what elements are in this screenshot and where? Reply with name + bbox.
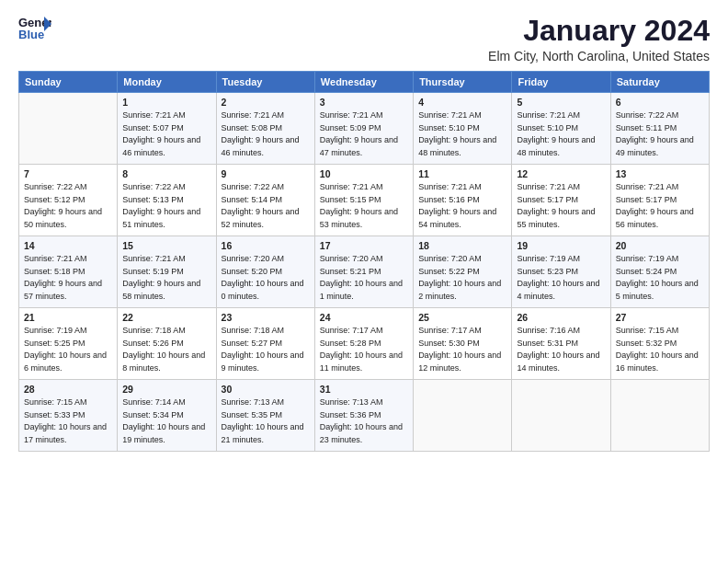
- day-cell: 20Sunrise: 7:19 AMSunset: 5:24 PMDayligh…: [610, 236, 709, 308]
- day-info: Sunrise: 7:21 AMSunset: 5:15 PMDaylight:…: [320, 181, 408, 231]
- day-cell: 3Sunrise: 7:21 AMSunset: 5:09 PMDaylight…: [314, 93, 413, 165]
- day-cell: 5Sunrise: 7:21 AMSunset: 5:10 PMDaylight…: [512, 93, 610, 165]
- day-cell: 18Sunrise: 7:20 AMSunset: 5:22 PMDayligh…: [414, 236, 512, 308]
- day-info: Sunrise: 7:20 AMSunset: 5:22 PMDaylight:…: [418, 253, 506, 303]
- day-cell: 26Sunrise: 7:16 AMSunset: 5:31 PMDayligh…: [512, 308, 610, 380]
- day-cell: 15Sunrise: 7:21 AMSunset: 5:19 PMDayligh…: [118, 236, 216, 308]
- day-info: Sunrise: 7:21 AMSunset: 5:09 PMDaylight:…: [320, 109, 408, 159]
- day-number: 18: [418, 240, 506, 251]
- day-number: 22: [122, 312, 210, 323]
- week-row-5: 28Sunrise: 7:15 AMSunset: 5:33 PMDayligh…: [19, 380, 710, 452]
- day-info: Sunrise: 7:19 AMSunset: 5:23 PMDaylight:…: [517, 253, 605, 303]
- day-number: 17: [320, 240, 408, 251]
- day-info: Sunrise: 7:22 AMSunset: 5:11 PMDaylight:…: [616, 109, 704, 159]
- day-cell: 7Sunrise: 7:22 AMSunset: 5:12 PMDaylight…: [19, 165, 118, 236]
- day-number: 7: [24, 168, 112, 179]
- day-cell: 13Sunrise: 7:21 AMSunset: 5:17 PMDayligh…: [610, 165, 709, 236]
- day-cell: 9Sunrise: 7:22 AMSunset: 5:14 PMDaylight…: [216, 165, 314, 236]
- day-cell: 8Sunrise: 7:22 AMSunset: 5:13 PMDaylight…: [118, 165, 216, 236]
- calendar-table: SundayMondayTuesdayWednesdayThursdayFrid…: [18, 71, 710, 452]
- day-cell: 10Sunrise: 7:21 AMSunset: 5:15 PMDayligh…: [314, 165, 413, 236]
- logo: General Blue: [18, 15, 51, 40]
- day-number: 5: [517, 97, 605, 108]
- day-cell: [414, 380, 512, 452]
- day-cell: 24Sunrise: 7:17 AMSunset: 5:28 PMDayligh…: [314, 308, 413, 380]
- day-cell: [19, 93, 118, 165]
- day-number: 14: [24, 240, 112, 251]
- day-number: 3: [320, 97, 408, 108]
- header-cell-friday: Friday: [512, 72, 610, 93]
- day-cell: 6Sunrise: 7:22 AMSunset: 5:11 PMDaylight…: [610, 93, 709, 165]
- day-number: 28: [24, 384, 112, 395]
- header-cell-sunday: Sunday: [19, 72, 118, 93]
- day-cell: 30Sunrise: 7:13 AMSunset: 5:35 PMDayligh…: [216, 380, 314, 452]
- day-info: Sunrise: 7:20 AMSunset: 5:20 PMDaylight:…: [222, 253, 310, 303]
- day-number: 30: [222, 384, 310, 395]
- day-number: 13: [616, 168, 704, 179]
- day-cell: 11Sunrise: 7:21 AMSunset: 5:16 PMDayligh…: [414, 165, 512, 236]
- day-info: Sunrise: 7:21 AMSunset: 5:17 PMDaylight:…: [616, 181, 704, 231]
- svg-text:Blue: Blue: [18, 28, 44, 40]
- header-row: SundayMondayTuesdayWednesdayThursdayFrid…: [19, 72, 710, 93]
- day-info: Sunrise: 7:21 AMSunset: 5:16 PMDaylight:…: [418, 181, 506, 231]
- logo-icon: General Blue: [18, 15, 51, 40]
- week-row-1: 1Sunrise: 7:21 AMSunset: 5:07 PMDaylight…: [19, 93, 710, 165]
- day-info: Sunrise: 7:19 AMSunset: 5:25 PMDaylight:…: [24, 325, 112, 374]
- day-info: Sunrise: 7:20 AMSunset: 5:21 PMDaylight:…: [320, 253, 408, 303]
- day-info: Sunrise: 7:13 AMSunset: 5:35 PMDaylight:…: [222, 396, 310, 446]
- day-cell: 31Sunrise: 7:13 AMSunset: 5:36 PMDayligh…: [314, 380, 413, 452]
- day-cell: [610, 380, 709, 452]
- day-number: 26: [517, 312, 605, 323]
- day-cell: 1Sunrise: 7:21 AMSunset: 5:07 PMDaylight…: [118, 93, 216, 165]
- day-number: 16: [222, 240, 310, 251]
- day-number: 11: [418, 168, 506, 179]
- day-info: Sunrise: 7:15 AMSunset: 5:33 PMDaylight:…: [24, 396, 112, 446]
- header: General Blue January 2024 Elm City, Nort…: [18, 15, 710, 63]
- day-number: 1: [122, 97, 210, 108]
- day-number: 15: [122, 240, 210, 251]
- day-number: 8: [122, 168, 210, 179]
- day-info: Sunrise: 7:18 AMSunset: 5:27 PMDaylight:…: [222, 325, 310, 374]
- day-cell: 14Sunrise: 7:21 AMSunset: 5:18 PMDayligh…: [19, 236, 118, 308]
- day-info: Sunrise: 7:22 AMSunset: 5:14 PMDaylight:…: [222, 181, 310, 231]
- day-cell: 29Sunrise: 7:14 AMSunset: 5:34 PMDayligh…: [118, 380, 216, 452]
- calendar-title: January 2024: [488, 15, 710, 47]
- day-info: Sunrise: 7:14 AMSunset: 5:34 PMDaylight:…: [122, 396, 210, 446]
- header-cell-monday: Monday: [118, 72, 216, 93]
- header-cell-saturday: Saturday: [610, 72, 709, 93]
- day-cell: 28Sunrise: 7:15 AMSunset: 5:33 PMDayligh…: [19, 380, 118, 452]
- day-cell: 16Sunrise: 7:20 AMSunset: 5:20 PMDayligh…: [216, 236, 314, 308]
- day-cell: 25Sunrise: 7:17 AMSunset: 5:30 PMDayligh…: [414, 308, 512, 380]
- day-number: 12: [517, 168, 605, 179]
- day-number: 6: [616, 97, 704, 108]
- day-cell: 27Sunrise: 7:15 AMSunset: 5:32 PMDayligh…: [610, 308, 709, 380]
- header-cell-wednesday: Wednesday: [314, 72, 413, 93]
- day-number: 20: [616, 240, 704, 251]
- day-info: Sunrise: 7:21 AMSunset: 5:17 PMDaylight:…: [517, 181, 605, 231]
- day-number: 4: [418, 97, 506, 108]
- day-info: Sunrise: 7:18 AMSunset: 5:26 PMDaylight:…: [122, 325, 210, 374]
- day-number: 31: [320, 384, 408, 395]
- day-info: Sunrise: 7:22 AMSunset: 5:12 PMDaylight:…: [24, 181, 112, 231]
- day-number: 29: [122, 384, 210, 395]
- day-number: 21: [24, 312, 112, 323]
- day-cell: 2Sunrise: 7:21 AMSunset: 5:08 PMDaylight…: [216, 93, 314, 165]
- day-cell: 21Sunrise: 7:19 AMSunset: 5:25 PMDayligh…: [19, 308, 118, 380]
- day-number: 25: [418, 312, 506, 323]
- day-cell: 23Sunrise: 7:18 AMSunset: 5:27 PMDayligh…: [216, 308, 314, 380]
- day-info: Sunrise: 7:21 AMSunset: 5:08 PMDaylight:…: [222, 109, 310, 159]
- day-info: Sunrise: 7:15 AMSunset: 5:32 PMDaylight:…: [616, 325, 704, 374]
- day-info: Sunrise: 7:19 AMSunset: 5:24 PMDaylight:…: [616, 253, 704, 303]
- week-row-4: 21Sunrise: 7:19 AMSunset: 5:25 PMDayligh…: [19, 308, 710, 380]
- day-info: Sunrise: 7:21 AMSunset: 5:19 PMDaylight:…: [122, 253, 210, 303]
- title-block: January 2024 Elm City, North Carolina, U…: [488, 15, 710, 63]
- day-number: 19: [517, 240, 605, 251]
- day-info: Sunrise: 7:13 AMSunset: 5:36 PMDaylight:…: [320, 396, 408, 446]
- day-cell: 19Sunrise: 7:19 AMSunset: 5:23 PMDayligh…: [512, 236, 610, 308]
- day-cell: 17Sunrise: 7:20 AMSunset: 5:21 PMDayligh…: [314, 236, 413, 308]
- day-number: 2: [222, 97, 310, 108]
- header-cell-tuesday: Tuesday: [216, 72, 314, 93]
- calendar-subtitle: Elm City, North Carolina, United States: [488, 49, 710, 63]
- day-number: 10: [320, 168, 408, 179]
- header-cell-thursday: Thursday: [414, 72, 512, 93]
